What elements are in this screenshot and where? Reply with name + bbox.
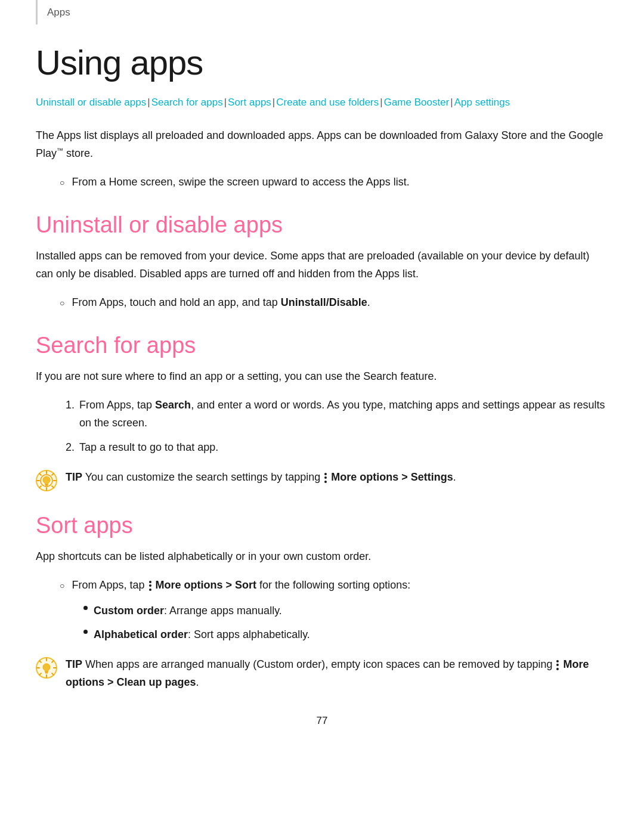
- section-title-sort: Sort apps: [36, 513, 608, 538]
- search-tip-text: TIP You can customize the search setting…: [66, 469, 456, 487]
- breadcrumb: Apps: [36, 0, 608, 24]
- dot-icon: [83, 630, 88, 634]
- nav-link-folders[interactable]: Create and use folders: [276, 97, 379, 108]
- nav-link-uninstall[interactable]: Uninstall or disable apps: [36, 97, 146, 108]
- intro-bullet-text: From a Home screen, swipe the screen upw…: [72, 174, 409, 191]
- sort-body: App shortcuts can be listed alphabetical…: [36, 548, 608, 566]
- sort-tip-text: TIP When apps are arranged manually (Cus…: [66, 656, 608, 691]
- sort-bullet: ○ From Apps, tap More options > Sort for…: [60, 577, 608, 594]
- nav-link-sort[interactable]: Sort apps: [228, 97, 271, 108]
- dot-icon: [83, 606, 88, 610]
- search-tip: TIP You can customize the search setting…: [36, 469, 608, 491]
- nav-links: Uninstall or disable apps|Search for app…: [36, 94, 608, 110]
- intro-bullet: ○ From a Home screen, swipe the screen u…: [60, 174, 608, 191]
- sort-custom-order: Custom order: Arrange apps manually.: [83, 602, 608, 620]
- bullet-circle-icon: ○: [60, 176, 64, 190]
- uninstall-bullet: ○ From Apps, touch and hold an app, and …: [60, 294, 608, 312]
- sort-alphabetical-order: Alphabetical order: Sort apps alphabetic…: [83, 626, 608, 644]
- sort-tip: TIP When apps are arranged manually (Cus…: [36, 656, 608, 691]
- search-numbered-list: 1. From Apps, tap Search, and enter a wo…: [66, 397, 608, 457]
- uninstall-body: Installed apps can be removed from your …: [36, 247, 608, 283]
- tip-lightbulb-icon-2: [36, 657, 57, 679]
- section-title-search: Search for apps: [36, 333, 608, 358]
- sort-bullet-text: From Apps, tap More options > Sort for t…: [72, 577, 410, 594]
- more-options-icon-3: [556, 660, 559, 670]
- uninstall-bullet-text: From Apps, touch and hold an app, and ta…: [72, 294, 370, 312]
- more-options-icon-2: [149, 581, 151, 591]
- search-step-1: 1. From Apps, tap Search, and enter a wo…: [66, 397, 608, 432]
- search-body: If you are not sure where to find an app…: [36, 368, 608, 386]
- sort-custom-text: Custom order: Arrange apps manually.: [94, 602, 282, 620]
- more-options-icon: [324, 473, 327, 483]
- section-title-uninstall: Uninstall or disable apps: [36, 212, 608, 238]
- intro-paragraph: The Apps list displays all preloaded and…: [36, 127, 608, 162]
- bullet-circle-icon: ○: [60, 579, 64, 593]
- nav-link-app-settings[interactable]: App settings: [454, 97, 510, 108]
- tip-lightbulb-icon: [36, 470, 57, 491]
- page-number: 77: [36, 715, 608, 727]
- page-title: Using apps: [36, 42, 608, 82]
- search-step-2: 2. Tap a result to go to that app.: [66, 439, 608, 457]
- bullet-circle-icon: ○: [60, 296, 64, 310]
- sort-alphabetical-text: Alphabetical order: Sort apps alphabetic…: [94, 626, 310, 644]
- nav-link-game-booster[interactable]: Game Booster: [384, 97, 450, 108]
- nav-link-search[interactable]: Search for apps: [151, 97, 223, 108]
